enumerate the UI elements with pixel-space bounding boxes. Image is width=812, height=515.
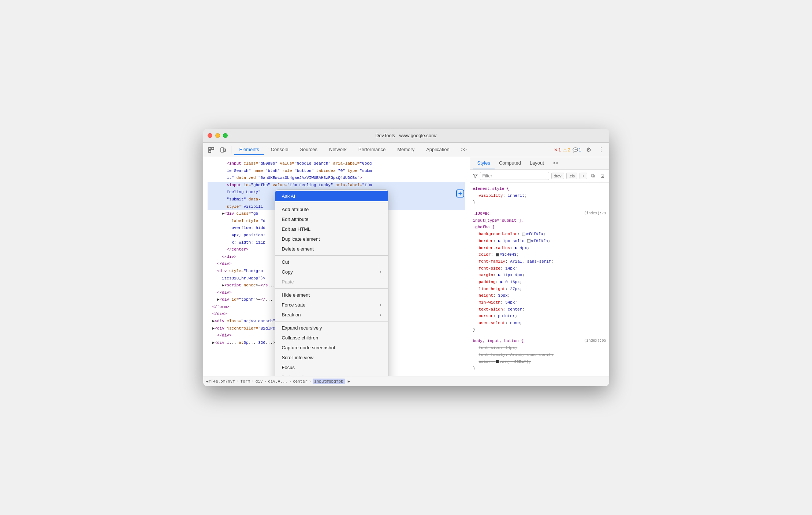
tab-styles[interactable]: Styles: [473, 157, 495, 169]
menu-item-focus[interactable]: Focus: [275, 362, 388, 372]
menu-item-copy[interactable]: Copy ›: [275, 267, 388, 277]
menu-item-capture-screenshot[interactable]: Capture node screenshot: [275, 343, 388, 353]
device-icon[interactable]: [218, 145, 228, 155]
info-badge: 💬 1: [573, 147, 581, 153]
code-line: it" data-ved="0ahUKEwixsOb4gaeJAxVIWUEAH…: [208, 174, 465, 182]
css-property-line[interactable]: font-family: Arial, sans-serif;: [473, 352, 606, 358]
toolbar-right: ✕ 1 ⚠ 2 💬 1 ⚙ ⋮: [554, 145, 606, 155]
minimize-button[interactable]: [215, 133, 220, 138]
css-property-line[interactable]: text-align: center;: [473, 306, 606, 313]
css-property: line-height: [473, 287, 506, 291]
menu-item-edit-attribute[interactable]: Edit attribute: [275, 214, 388, 224]
ai-icon-button[interactable]: [456, 189, 464, 198]
window-title: DevTools - www.google.com/: [376, 133, 437, 138]
css-property: min-width: [473, 300, 500, 305]
styles-filter-input[interactable]: [480, 172, 549, 180]
css-selector: .gbqfba {: [473, 225, 495, 229]
css-property-line[interactable]: min-width: 54px;: [473, 299, 606, 306]
tab-performance[interactable]: Performance: [353, 144, 391, 155]
tab-computed[interactable]: Computed: [495, 157, 525, 169]
maximize-button[interactable]: [223, 133, 228, 138]
css-source: (index):73: [584, 210, 606, 217]
css-property-line[interactable]: padding: ▶ 0 16px;: [473, 279, 606, 286]
menu-item-expand-recursively[interactable]: Expand recursively: [275, 323, 388, 333]
css-property: font-size: [473, 346, 500, 350]
css-property-line[interactable]: height: 36px;: [473, 292, 606, 299]
add-rule-button[interactable]: +: [580, 173, 587, 179]
css-property: font-size: [473, 266, 500, 271]
code-line: <input class="gN089b" value="Google Sear…: [208, 160, 465, 168]
menu-item-cut[interactable]: Cut: [275, 257, 388, 267]
menu-separator: [275, 203, 388, 203]
css-property-line[interactable]: color: var(--C0EmY);: [473, 358, 606, 365]
css-property-line[interactable]: border-radius: ▶ 4px;: [473, 245, 606, 252]
tab-more[interactable]: >>: [456, 144, 472, 155]
context-menu: Ask AI Add attribute Edit attribute Edit…: [275, 189, 388, 376]
settings-icon[interactable]: ⚙: [584, 145, 594, 155]
svg-rect-2: [209, 150, 211, 153]
menu-item-edit-html[interactable]: Edit as HTML: [275, 224, 388, 234]
css-property: cursor: [473, 314, 493, 318]
tab-more-styles[interactable]: >>: [548, 157, 563, 169]
breadcrumb-bar: ◀rT4e.om7nvf › form › div › div.A... › c…: [203, 376, 609, 386]
menu-item-scroll-into-view[interactable]: Scroll into view: [275, 353, 388, 362]
css-rule-lj9fbc: .lJ9FBc (index):73 input[type="submit"],…: [473, 210, 606, 333]
menu-item-duplicate[interactable]: Duplicate element: [275, 234, 388, 244]
menu-item-force-state[interactable]: Force state ›: [275, 300, 388, 310]
inspect-icon[interactable]: [206, 145, 216, 155]
menu-item-hide-element[interactable]: Hide element: [275, 290, 388, 300]
breadcrumb-item[interactable]: center: [293, 379, 308, 384]
css-property-line[interactable]: border: ▶ 1px solid #f8f9fa;: [473, 238, 606, 245]
menu-item-collapse-children[interactable]: Collapse children: [275, 333, 388, 343]
css-value: inherit: [508, 193, 525, 198]
copy-styles-icon[interactable]: ⧉: [589, 172, 597, 180]
close-button[interactable]: [208, 133, 212, 138]
breadcrumb-arrow[interactable]: ▶: [348, 379, 350, 384]
css-value: ▶ 1px solid: [498, 239, 527, 243]
menu-item-break-on[interactable]: Break on ›: [275, 310, 388, 320]
css-property-line[interactable]: line-height: 27px;: [473, 286, 606, 293]
tab-sources[interactable]: Sources: [295, 144, 323, 155]
breadcrumb-item[interactable]: div: [256, 379, 263, 384]
more-icon[interactable]: ⋮: [596, 145, 606, 155]
menu-item-badge-settings[interactable]: Badge settings...: [275, 372, 388, 376]
css-close-brace: }: [473, 327, 606, 334]
hov-button[interactable]: :hov: [551, 173, 564, 179]
css-property-line[interactable]: font-size: 14px;: [473, 265, 606, 272]
css-property-line[interactable]: user-select: none;: [473, 320, 606, 327]
menu-item-ask-ai[interactable]: Ask AI: [275, 191, 388, 201]
css-property-line[interactable]: font-size: 14px;: [473, 345, 606, 352]
css-value: 54px: [505, 300, 515, 305]
cls-button[interactable]: .cls: [566, 173, 578, 179]
warning-badge: ⚠ 2: [563, 147, 570, 153]
styles-content: element.style { visibility: inherit; } .…: [470, 183, 609, 376]
breadcrumb-item-selected[interactable]: input#gbqfbb: [313, 379, 344, 384]
error-count: 1: [558, 147, 561, 153]
tab-console[interactable]: Console: [266, 144, 294, 155]
css-property-line[interactable]: margin: ▶ 11px 4px;: [473, 272, 606, 279]
css-property-line[interactable]: cursor: pointer;: [473, 313, 606, 320]
code-line: le Search" name="btnK" role="button" tab…: [208, 168, 465, 175]
tab-network[interactable]: Network: [324, 144, 352, 155]
menu-item-delete[interactable]: Delete element: [275, 244, 388, 254]
styles-panel: Styles Computed Layout >> :hov .cls + ⧉ …: [470, 157, 609, 376]
tab-layout[interactable]: Layout: [525, 157, 548, 169]
css-property-line[interactable]: visibility: inherit;: [473, 192, 606, 199]
tab-memory[interactable]: Memory: [392, 144, 420, 155]
menu-item-add-attribute[interactable]: Add attribute: [275, 204, 388, 214]
chevron-right-icon: ›: [380, 270, 381, 274]
breadcrumb-item[interactable]: div.A...: [268, 379, 287, 384]
menu-item-label: Edit as HTML: [282, 226, 311, 232]
toggle-panel-icon[interactable]: ⊡: [599, 172, 606, 180]
breadcrumb-item[interactable]: form: [241, 379, 250, 384]
css-property-line[interactable]: color: #3c4043;: [473, 251, 606, 258]
menu-item-label: Copy: [282, 269, 293, 275]
css-property-line[interactable]: font-family: Arial, sans-serif;: [473, 258, 606, 265]
tab-elements[interactable]: Elements: [234, 144, 264, 155]
css-property-line[interactable]: background-color: #f8f9fa;: [473, 231, 606, 238]
css-value: ▶ 11px 4px: [498, 273, 522, 277]
menu-item-label: Add attribute: [282, 207, 309, 212]
svg-marker-5: [473, 174, 477, 178]
breadcrumb-item[interactable]: ◀rT4e.om7nvf: [206, 379, 235, 384]
tab-application[interactable]: Application: [421, 144, 455, 155]
